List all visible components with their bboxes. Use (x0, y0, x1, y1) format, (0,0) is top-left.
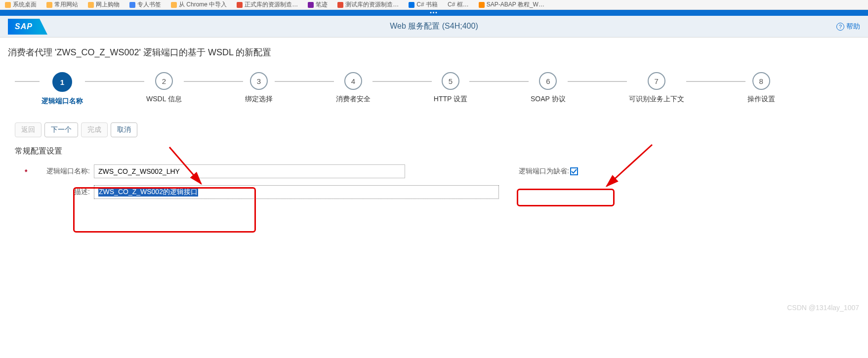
help-link[interactable]: ? 帮助 (836, 22, 860, 31)
wizard-step-2[interactable]: 2 WSDL 信息 (146, 72, 182, 104)
app-header: SAP Web 服务配置 (S4H;400) ? 帮助 (0, 16, 868, 38)
next-button[interactable]: 下一个 (44, 122, 78, 137)
default-port-checkbox[interactable] (570, 167, 578, 175)
wizard-step-3[interactable]: 3 绑定选择 (245, 72, 273, 104)
bookmark-item[interactable]: SAP-ABAP 教程_W… (479, 0, 544, 9)
sap-logo: SAP (8, 19, 40, 35)
description-label: 描述: (25, 188, 94, 197)
bookmark-item[interactable]: 从 Chrome 中导入 (171, 0, 227, 9)
logical-port-name-label: 逻辑端口名称: (25, 167, 94, 176)
cancel-button[interactable]: 取消 (111, 122, 137, 137)
action-bar: 返回 下一个 完成 取消 (0, 118, 868, 146)
bookmarks-bar: 系统桌面 常用网站 网上购物 专人书签 从 Chrome 中导入 正式库的资源制… (0, 0, 868, 10)
bookmark-item[interactable]: 正式库的资源制造… (237, 0, 298, 9)
bookmark-item[interactable]: 网上购物 (88, 0, 120, 9)
bookmark-item[interactable]: 笔迹 (308, 0, 328, 9)
finish-button: 完成 (81, 122, 108, 137)
logical-port-name-input[interactable] (94, 164, 405, 178)
section-title: 常规配置设置 (0, 146, 868, 164)
bookmark-item[interactable]: C# 书籍 (409, 0, 438, 9)
wizard-step-1[interactable]: 1 逻辑端口名称 (41, 72, 83, 106)
back-button: 返回 (15, 122, 41, 137)
page-header-title: Web 服务配置 (S4H;400) (390, 21, 478, 32)
bookmark-item[interactable]: 测试库的资源制造… (337, 0, 399, 9)
wizard-step-5[interactable]: 5 HTTP 设置 (434, 72, 467, 104)
wizard-step-4[interactable]: 4 消费者安全 (336, 72, 371, 104)
description-input[interactable]: ZWS_CO_Z_WS002的逻辑接口 (94, 185, 499, 199)
expand-handle[interactable]: ••• (0, 10, 868, 16)
wizard-step-8[interactable]: 8 操作设置 (747, 72, 775, 104)
wizard-step-7[interactable]: 7 可识别业务上下文 (629, 72, 684, 104)
page-title: 消费者代理 'ZWS_CO_Z_WS002' 逻辑端口的基于 WSDL 的新配置 (0, 38, 868, 63)
check-icon (571, 168, 577, 174)
wizard-step-6[interactable]: 6 SOAP 协议 (531, 72, 566, 104)
help-icon: ? (836, 23, 844, 31)
wizard-progress: 1 逻辑端口名称 2 WSDL 信息 3 绑定选择 4 消费者安全 5 HTTP… (0, 63, 868, 118)
bookmark-item[interactable]: 专人书签 (129, 0, 161, 9)
form-area: 逻辑端口名称: 逻辑端口为缺省: 描述: ZWS_CO_Z_WS002的逻辑接口 (0, 164, 868, 226)
bookmark-item[interactable]: 系统桌面 (5, 0, 37, 9)
bookmark-item[interactable]: 常用网站 (46, 0, 78, 9)
bookmark-item[interactable]: C# 框… (448, 0, 469, 9)
default-port-label: 逻辑端口为缺省: (519, 167, 569, 176)
